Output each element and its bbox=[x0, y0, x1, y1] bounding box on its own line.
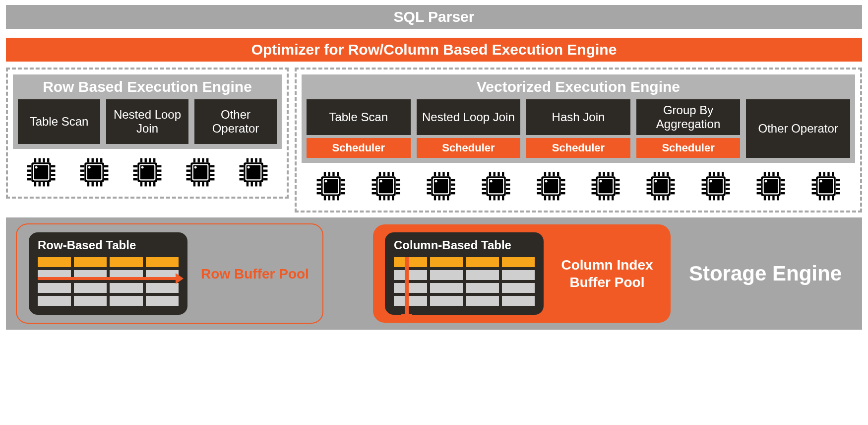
cpu-chip-icon bbox=[534, 169, 568, 204]
operator-label: Hash Join bbox=[552, 110, 605, 124]
storage-engine-panel: Row-Based Table Row Buffer Pool Column-B… bbox=[6, 217, 862, 330]
operator-other: Other Operator bbox=[194, 99, 277, 144]
column-based-table-card: Column-Based Table bbox=[385, 232, 544, 315]
cpu-chip-icon bbox=[24, 155, 59, 190]
operator-label: Table Scan bbox=[329, 110, 388, 124]
row-pool-label: Row Buffer Pool bbox=[199, 265, 310, 283]
vectorized-engine-panel: Vectorized Execution Engine Table Scan S… bbox=[302, 74, 855, 163]
operator-cell: Hash Join Scheduler bbox=[526, 99, 630, 158]
cpu-chip-icon bbox=[369, 169, 403, 204]
row-based-table-card: Row-Based Table bbox=[29, 232, 187, 315]
operator-hash-join: Hash Join bbox=[526, 99, 630, 135]
column-table-title: Column-Based Table bbox=[394, 238, 535, 252]
operator-cell: Group By Aggregation Scheduler bbox=[636, 99, 741, 158]
column-buffer-pool: Column-Based Table Column Index Buffer P… bbox=[373, 224, 671, 323]
operator-table-scan: Table Scan bbox=[307, 99, 411, 135]
cpu-chip-icon bbox=[753, 169, 788, 204]
operator-label: Other Operator bbox=[196, 108, 275, 135]
cpu-chip-icon bbox=[588, 169, 623, 204]
operator-table-scan: Table Scan bbox=[18, 99, 100, 144]
operator-nested-loop-join: Nested Loop Join bbox=[106, 99, 188, 144]
vectorized-engine-title: Vectorized Execution Engine bbox=[307, 78, 850, 95]
operator-cell: Table Scan bbox=[18, 99, 100, 144]
sql-parser-bar: SQL Parser bbox=[6, 5, 862, 29]
row-engine-operators: Table Scan Nested Loop Join Other Operat… bbox=[18, 99, 277, 144]
scheduler-block: Scheduler bbox=[526, 138, 630, 158]
cpu-chip-icon bbox=[479, 169, 513, 204]
engines-row: Row Based Execution Engine Table Scan Ne… bbox=[6, 68, 862, 212]
vectorized-engine-chips bbox=[302, 163, 855, 206]
operator-label: Table Scan bbox=[30, 115, 89, 129]
cpu-chip-icon bbox=[236, 155, 271, 190]
cpu-chip-icon bbox=[698, 169, 733, 204]
operator-cell: Table Scan Scheduler bbox=[307, 99, 411, 158]
row-table-title: Row-Based Table bbox=[38, 238, 179, 252]
row-buffer-pool: Row-Based Table Row Buffer Pool bbox=[16, 223, 323, 324]
cpu-chip-icon bbox=[183, 155, 218, 190]
operator-group-by-aggregation: Group By Aggregation bbox=[636, 99, 741, 135]
cpu-chip-icon bbox=[130, 155, 165, 190]
optimizer-bar: Optimizer for Row/Column Based Execution… bbox=[6, 38, 862, 62]
operator-label: Other Operator bbox=[758, 122, 838, 136]
row-table-grid bbox=[38, 257, 179, 306]
operator-cell: Nested Loop Join Scheduler bbox=[417, 99, 521, 158]
operator-label: Group By Aggregation bbox=[638, 103, 739, 131]
operator-other: Other Operator bbox=[746, 99, 850, 158]
cpu-chip-icon bbox=[808, 169, 843, 204]
operator-cell: Other Operator bbox=[746, 99, 850, 158]
column-table-grid bbox=[394, 257, 535, 306]
column-pool-label: Column Index Buffer Pool bbox=[556, 256, 659, 291]
row-engine-column: Row Based Execution Engine Table Scan Ne… bbox=[6, 68, 289, 212]
scheduler-block: Scheduler bbox=[636, 138, 741, 158]
row-engine-dashed-box: Row Based Execution Engine Table Scan Ne… bbox=[6, 68, 289, 199]
vectorized-engine-dashed-box: Vectorized Execution Engine Table Scan S… bbox=[295, 68, 862, 212]
row-engine-panel: Row Based Execution Engine Table Scan Ne… bbox=[13, 74, 282, 149]
operator-nested-loop-join: Nested Loop Join bbox=[417, 99, 521, 135]
cpu-chip-icon bbox=[313, 169, 348, 204]
cpu-chip-icon bbox=[77, 155, 112, 190]
operator-cell: Other Operator bbox=[194, 99, 277, 144]
column-direction-arrow-icon bbox=[405, 257, 409, 315]
operator-label: Nested Loop Join bbox=[422, 110, 515, 124]
scheduler-block: Scheduler bbox=[417, 138, 521, 158]
storage-engine-title: Storage Engine bbox=[681, 262, 850, 285]
operator-label: Nested Loop Join bbox=[108, 108, 186, 135]
scheduler-block: Scheduler bbox=[307, 138, 411, 158]
vectorized-engine-operators: Table Scan Scheduler Nested Loop Join Sc… bbox=[307, 99, 850, 158]
operator-cell: Nested Loop Join bbox=[106, 99, 188, 144]
vectorized-engine-column: Vectorized Execution Engine Table Scan S… bbox=[295, 68, 862, 212]
row-engine-title: Row Based Execution Engine bbox=[18, 78, 277, 95]
row-direction-arrow-icon bbox=[38, 277, 177, 280]
cpu-chip-icon bbox=[643, 169, 678, 204]
cpu-chip-icon bbox=[424, 169, 458, 204]
row-engine-chips bbox=[13, 149, 282, 192]
